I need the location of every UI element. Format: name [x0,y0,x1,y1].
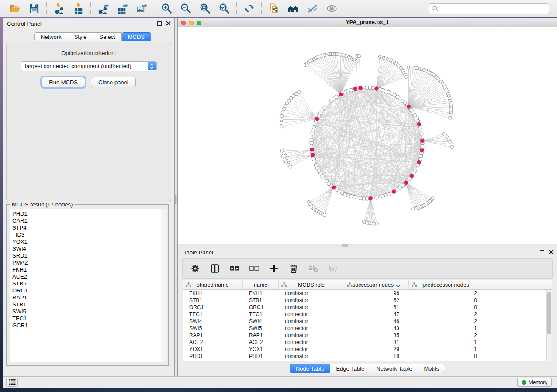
mcds-result-list[interactable]: PHD1CAR1STP4TID3YOX1SWI4SRD1PMA2FKH1ACE2… [10,209,166,362]
float-table-panel-icon[interactable] [540,250,544,254]
table-cell: 29 [344,346,409,353]
vertical-splitter[interactable] [175,18,178,376]
table-cell [483,346,552,353]
mcds-result-item[interactable]: SWI4 [12,245,166,252]
table-row[interactable]: SWI4SWI4dominator462 [183,318,552,325]
settings-icon[interactable] [189,262,202,275]
table-row[interactable]: RAP1RAP1dominator352 [183,332,552,339]
mcds-result-item[interactable]: FKH1 [12,266,166,273]
table-row[interactable]: ACE2ACE2connector311 [183,339,552,346]
zoom-in-icon[interactable] [159,2,174,16]
mcds-result-item[interactable]: CAR1 [12,217,166,224]
mcds-result-item[interactable]: ORC1 [12,287,166,294]
tab-motifs[interactable]: Motifs [418,364,445,373]
column-header-predecessor-nodes[interactable]: predecessor nodes [409,280,483,289]
control-panel-tabs: NetworkStyleSelectMCDS [34,32,151,41]
table-row[interactable]: STB1STB1dominator620 [183,297,552,304]
float-panel-icon[interactable] [157,21,162,26]
table-cell: dominator [279,318,344,325]
open-file-icon[interactable] [7,2,23,16]
vertical-splitter-handle[interactable] [175,195,177,204]
import-table-icon[interactable] [70,2,86,16]
network-canvas[interactable] [178,27,557,244]
table-cell [483,332,552,339]
control-panel-titlebar: Control Panel [3,18,174,30]
export-network-icon[interactable] [95,2,111,16]
table-cell: 1 [409,339,483,346]
table-row[interactable]: FKH1FKH1dominator962 [183,290,552,297]
show-columns-icon[interactable] [208,262,221,275]
close-panel-icon[interactable] [166,21,171,26]
table-cell: ACE2 [243,339,279,346]
column-header-successor-nodes[interactable]: successor nodes [344,280,409,289]
mcds-result-item[interactable]: ACE2 [12,273,166,280]
refresh-view-icon[interactable] [241,2,257,16]
task-history-button[interactable] [6,378,18,387]
mcds-result-item[interactable]: STB1 [12,301,166,308]
tab-node-table[interactable]: Node Table [290,364,331,373]
mcds-result-item[interactable]: GCR1 [12,322,166,329]
namespace-icon [281,282,287,288]
table-row[interactable]: TEC1TEC1connector472 [183,311,552,318]
mcds-result-item[interactable]: RAP1 [12,294,166,301]
show-all-icon[interactable] [324,2,339,16]
tab-network-table[interactable]: Network Table [370,364,418,373]
export-table-icon[interactable] [114,2,130,16]
table-cell: dominator [279,304,344,311]
table-cell: connector [279,346,344,353]
node-table-header: shared namenameMCDS rolesuccessor nodesp… [183,280,552,290]
table-panel-title: Table Panel [183,249,213,256]
column-header-name[interactable]: name [243,280,279,289]
first-neighbors-icon[interactable] [285,2,301,16]
tab-network[interactable]: Network [34,32,68,41]
memory-button[interactable]: Memory [517,378,552,387]
tab-mcds[interactable]: MCDS [122,32,151,41]
table-row[interactable]: ORC1ORC1dominator610 [183,304,552,311]
save-session-icon[interactable] [26,2,42,16]
main-toolbar [0,0,557,17]
import-network-icon[interactable] [51,2,67,16]
add-row-icon[interactable] [267,262,280,275]
close-panel-button[interactable]: Close panel [91,77,136,87]
delete-row-icon[interactable] [287,262,300,275]
deselect-all-icon[interactable] [248,262,261,275]
mcds-result-item[interactable]: PMA2 [12,259,166,266]
export-image-icon[interactable] [134,2,149,16]
table-row[interactable]: YOX1YOX1connector291 [183,346,552,353]
mcds-result-item[interactable]: TID3 [12,231,166,238]
search-input[interactable] [439,5,549,14]
mcds-result-item[interactable]: STB5 [12,280,166,287]
column-header-MCDS-role[interactable]: MCDS role [279,280,344,289]
mcds-result-item[interactable]: PHD1 [12,210,166,217]
run-mcds-button[interactable]: Run MCDS [42,77,85,87]
zoom-fit-icon[interactable] [197,2,213,16]
mcds-result-item[interactable]: SRD1 [12,252,166,259]
mcds-result-item[interactable]: STP4 [12,224,166,231]
mcds-result-item[interactable]: TEC1 [12,315,166,322]
tab-select[interactable]: Select [93,32,122,41]
table-panel-tabs: Node TableEdge TableNetwork TableMotifs [178,364,557,373]
network-from-selection-icon[interactable] [266,2,282,16]
optimization-criterion-select[interactable]: largest connected component (undirected) [21,61,157,71]
tab-style[interactable]: Style [68,32,93,41]
tab-edge-table[interactable]: Edge Table [330,364,370,373]
node-table-scrollbar-thumb[interactable] [547,292,551,334]
hide-selected-icon[interactable] [304,2,320,16]
mcds-result-item[interactable]: YOX1 [12,238,166,245]
select-all-icon[interactable] [228,262,241,275]
zoom-selected-icon[interactable] [216,2,232,16]
mcds-result-item[interactable]: SWI5 [12,308,166,315]
table-row[interactable]: SWI5SWI5connector431 [183,325,552,332]
column-header-shared-name[interactable]: shared name [183,280,243,289]
table-cell: STB1 [183,297,243,304]
table-cell: 31 [344,339,409,346]
table-row[interactable]: PHD1PHD1dominator180 [183,353,552,360]
table-cell: ACE2 [183,339,243,346]
control-panel-title: Control Panel [7,21,42,27]
zoom-out-icon[interactable] [178,2,194,16]
search-box[interactable] [429,3,549,14]
node-table-scrollbar[interactable] [546,290,552,361]
network-window-titlebar[interactable]: YPA_prune.txt_1 [178,18,557,27]
close-table-panel-icon[interactable] [549,250,554,254]
mcds-list-scrollbar[interactable] [161,209,166,362]
